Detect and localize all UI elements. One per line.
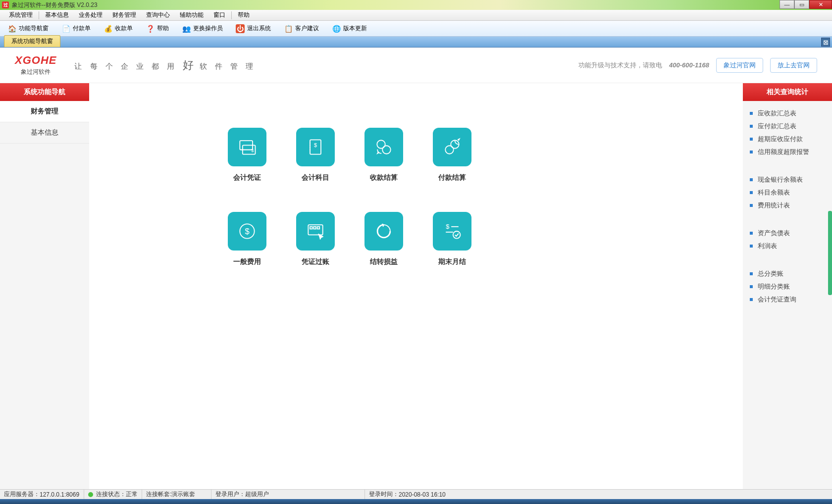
- users-icon: 👥: [182, 24, 191, 33]
- link-overdue[interactable]: 超期应收应付款: [750, 133, 825, 146]
- link-balance-sheet[interactable]: 资产负债表: [750, 227, 825, 240]
- link-detail-ledger[interactable]: 明细分类账: [750, 280, 825, 293]
- menu-help[interactable]: 帮助: [233, 9, 255, 21]
- minimize-button[interactable]: —: [780, 0, 794, 9]
- tile-label: 收款结算: [370, 173, 398, 182]
- status-dot-icon: [88, 492, 93, 497]
- tile-label: 期末月结: [438, 257, 466, 266]
- status-login-time: 登录时间：2020-08-03 16:10: [365, 490, 519, 499]
- link-credit-alert[interactable]: 信用额度超限报警: [750, 146, 825, 158]
- window-title: 象过河软件--财务免费版 V2.0.23: [12, 1, 98, 9]
- toolbar-feedback[interactable]: 📋客户建议: [278, 22, 324, 35]
- svg-text:$: $: [245, 227, 249, 236]
- menu-system[interactable]: 系统管理: [4, 9, 38, 21]
- svg-point-7: [382, 146, 391, 154]
- svg-text:$: $: [314, 142, 317, 148]
- svg-point-20: [453, 231, 461, 239]
- tile-carryover[interactable]: 结转损益: [364, 212, 403, 266]
- tile-expense[interactable]: $ 一般费用: [228, 212, 266, 266]
- list-check-icon: $: [441, 220, 463, 242]
- slogan: 让 每 个 企 业 都 用 好 软 件 管 理: [74, 58, 256, 73]
- content-area: $ 会计凭证 $ 会计科目 收款结算 付款结算 $ 一般费用 凭证过账: [89, 83, 743, 489]
- toolbar-label: 退出系统: [247, 24, 271, 33]
- sidebar-left: 系统功能导航 财务管理 基本信息: [0, 83, 89, 489]
- maximize-button[interactable]: ▭: [794, 0, 809, 9]
- toolbar-switch-user[interactable]: 👥更换操作员: [176, 22, 228, 35]
- toolbar: 🏠功能导航窗 📄付款单 💰收款单 ❓帮助 👥更换操作员 ⏻退出系统 📋客户建议 …: [0, 21, 832, 37]
- close-button[interactable]: ✕: [809, 0, 832, 9]
- toolbar-label: 更换操作员: [193, 24, 223, 33]
- toolbar-label: 付款单: [73, 24, 91, 33]
- alt-site-button[interactable]: 放上去官网: [770, 58, 817, 73]
- link-receivable-summary[interactable]: 应收款汇总表: [750, 107, 825, 120]
- menu-window[interactable]: 窗口: [208, 9, 230, 21]
- link-cash-balance[interactable]: 现金银行余额表: [750, 173, 825, 186]
- rotate-icon: [373, 220, 395, 242]
- toolbar-label: 帮助: [157, 24, 169, 33]
- scrollbar-thumb[interactable]: [828, 211, 832, 295]
- slogan-pre: 让 每 个 企 业 都 用: [74, 62, 177, 70]
- tab-nav-window[interactable]: 系统功能导航窗: [4, 35, 60, 47]
- tile-label: 会计科目: [302, 173, 329, 182]
- main-area: 系统功能导航 财务管理 基本信息 $ 会计凭证 $ 会计科目 收款结算 付款结算…: [0, 83, 832, 489]
- status-account: 连接帐套:演示账套: [142, 490, 211, 499]
- menu-basic[interactable]: 基本信息: [40, 9, 74, 21]
- toolbar-label: 收款单: [115, 24, 133, 33]
- menu-business[interactable]: 业务处理: [74, 9, 107, 21]
- menu-finance[interactable]: 财务管理: [107, 9, 141, 21]
- logo-subtitle: 象过河软件: [15, 68, 56, 76]
- sidebar-right: 相关查询统计 应收款汇总表 应付款汇总表 超期应收应付款 信用额度超限报警 现金…: [743, 83, 832, 489]
- link-general-ledger[interactable]: 总分类账: [750, 267, 825, 280]
- support-text: 功能升级与技术支持，请致电: [578, 61, 662, 70]
- tile-label: 凭证过账: [302, 257, 329, 266]
- menu-aux[interactable]: 辅助功能: [175, 9, 208, 21]
- tile-grid: $ 会计凭证 $ 会计科目 收款结算 付款结算 $ 一般费用 凭证过账: [228, 128, 471, 266]
- os-taskbar: [0, 499, 832, 504]
- toolbar-help[interactable]: ❓帮助: [140, 22, 174, 35]
- tile-label: 会计凭证: [233, 173, 261, 182]
- toolbar-label: 功能导航窗: [19, 24, 49, 33]
- tile-label: 结转损益: [370, 257, 398, 266]
- link-profit[interactable]: 利润表: [750, 240, 825, 252]
- toolbar-nav-window[interactable]: 🏠功能导航窗: [2, 22, 54, 35]
- link-subject-balance[interactable]: 科目余额表: [750, 186, 825, 199]
- status-connection: 连接状态：正常: [84, 490, 142, 499]
- tile-receive-settle[interactable]: 收款结算: [364, 128, 403, 182]
- toolbar-label: 版本更新: [343, 24, 367, 33]
- coins-out-icon: [441, 136, 463, 158]
- official-site-button[interactable]: 象过河官网: [716, 58, 763, 73]
- tile-subject[interactable]: $ 会计科目: [296, 128, 335, 182]
- help-icon: ❓: [146, 24, 155, 33]
- link-voucher-query[interactable]: 会计凭证查询: [750, 293, 825, 306]
- tile-voucher[interactable]: $ 会计凭证: [228, 128, 266, 182]
- money-icon: 💰: [104, 24, 112, 33]
- svg-rect-13: [310, 227, 312, 229]
- tile-month-close[interactable]: $ 期末月结: [433, 212, 471, 266]
- close-all-tabs-icon[interactable]: ⊠: [821, 38, 830, 47]
- toolbar-update[interactable]: 🌐版本更新: [326, 22, 372, 35]
- slogan-big: 好: [183, 59, 195, 71]
- sidebar-item-finance[interactable]: 财务管理: [0, 101, 89, 122]
- menu-query[interactable]: 查询中心: [141, 9, 175, 21]
- tile-label: 付款结算: [438, 173, 466, 182]
- doc-icon: 📄: [61, 24, 70, 33]
- app-icon: 过: [2, 1, 9, 8]
- clipboard-icon: 📋: [284, 24, 293, 33]
- status-server: 应用服务器：127.0.0.1:8069: [0, 490, 84, 499]
- toolbar-payment[interactable]: 📄付款单: [56, 22, 96, 35]
- menu-separator: [231, 11, 232, 19]
- coins-in-icon: [373, 136, 395, 158]
- toolbar-receipt[interactable]: 💰收款单: [98, 22, 138, 35]
- tile-post[interactable]: 凭证过账: [296, 212, 335, 266]
- toolbar-exit[interactable]: ⏻退出系统: [230, 22, 276, 35]
- svg-rect-15: [317, 227, 320, 229]
- sidebar-item-basic[interactable]: 基本信息: [0, 122, 89, 144]
- link-expense-stat[interactable]: 费用统计表: [750, 199, 825, 212]
- book-icon: $: [305, 136, 326, 158]
- voucher-icon: $: [236, 136, 258, 158]
- home-icon: 🏠: [7, 24, 16, 33]
- tile-pay-settle[interactable]: 付款结算: [433, 128, 471, 182]
- tabstrip: 系统功能导航窗 ⊠: [0, 37, 832, 48]
- screen-cursor-icon: [305, 220, 326, 242]
- link-payable-summary[interactable]: 应付款汇总表: [750, 120, 825, 133]
